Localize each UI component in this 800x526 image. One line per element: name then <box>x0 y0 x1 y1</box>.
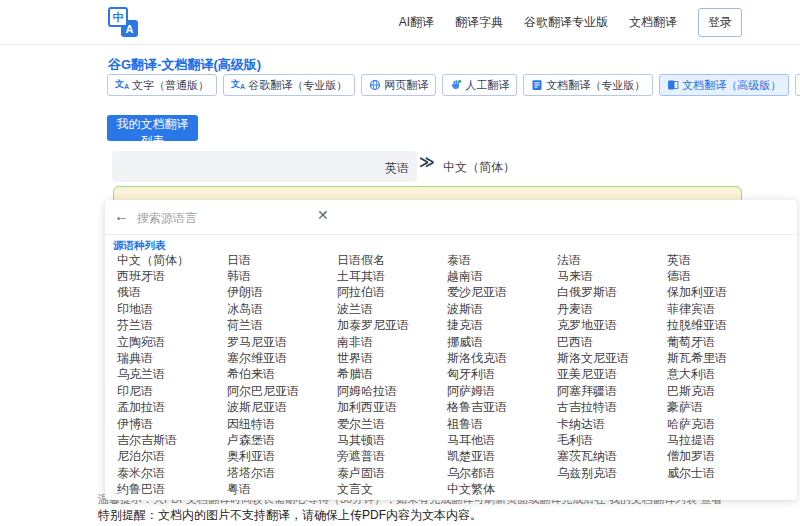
language-option[interactable]: 冰岛语 <box>227 301 337 318</box>
language-option[interactable]: 保加利亚语 <box>667 284 777 301</box>
language-option[interactable]: 爱沙尼亚语 <box>447 284 557 301</box>
language-option[interactable]: 哈萨克语 <box>667 416 777 433</box>
language-option[interactable]: 古吉拉特语 <box>557 399 667 416</box>
language-option[interactable]: 尼泊尔语 <box>117 448 227 465</box>
back-icon[interactable]: ← <box>114 208 129 223</box>
tab-image-pro[interactable]: 图片翻译（专业版） <box>795 74 800 96</box>
language-option[interactable]: 泰卢固语 <box>337 465 447 482</box>
language-option[interactable]: 越南语 <box>447 268 557 285</box>
language-option[interactable]: 瑞典语 <box>117 350 227 367</box>
language-option[interactable]: 威尔士语 <box>667 465 777 482</box>
tab-web-translate[interactable]: 网页翻译 <box>361 74 436 96</box>
language-option[interactable]: 法语 <box>557 252 667 269</box>
language-option[interactable]: 巴西语 <box>557 334 667 351</box>
language-option[interactable]: 菲律宾语 <box>667 301 777 318</box>
target-language-label[interactable]: 中文（简体） <box>443 159 515 176</box>
language-option[interactable]: 土耳其语 <box>337 268 447 285</box>
language-option[interactable]: 伊朗语 <box>227 284 337 301</box>
language-option[interactable]: 僧加罗语 <box>667 448 777 465</box>
language-option[interactable]: 阿姆哈拉语 <box>337 383 447 400</box>
language-option[interactable]: 波斯语 <box>447 301 557 318</box>
language-option[interactable]: 英语 <box>667 252 777 269</box>
language-option[interactable]: 丹麦语 <box>557 301 667 318</box>
nav-dictionary[interactable]: 翻译字典 <box>455 14 503 31</box>
language-option[interactable]: 塔塔尔语 <box>227 465 337 482</box>
language-option[interactable]: 中文繁体 <box>447 481 557 498</box>
language-option[interactable]: 捷克语 <box>447 317 557 334</box>
language-option[interactable]: 格鲁吉亚语 <box>447 399 557 416</box>
language-option[interactable]: 中文（简体） <box>117 252 227 269</box>
language-option[interactable]: 马耳他语 <box>447 432 557 449</box>
search-source-input[interactable] <box>135 207 309 229</box>
language-option[interactable]: 阿萨姆语 <box>447 383 557 400</box>
language-option[interactable]: 孟加拉语 <box>117 399 227 416</box>
language-option[interactable]: 日语假名 <box>337 252 447 269</box>
language-option[interactable]: 世界语 <box>337 350 447 367</box>
language-option[interactable]: 豪萨语 <box>667 399 777 416</box>
login-button[interactable]: 登录 <box>698 8 742 37</box>
language-option[interactable]: 阿塞拜疆语 <box>557 383 667 400</box>
language-option[interactable]: 粤语 <box>227 481 337 498</box>
language-option[interactable]: 德语 <box>667 268 777 285</box>
tab-doc-premium[interactable]: 文档翻译（高级版） <box>659 74 789 96</box>
nav-google-pro[interactable]: 谷歌翻译专业版 <box>524 14 608 31</box>
language-option[interactable]: 印尼语 <box>117 383 227 400</box>
translate-logo-icon[interactable]: A 中 <box>108 5 140 39</box>
language-option[interactable]: 希伯来语 <box>227 366 337 383</box>
language-option[interactable]: 旁遮普语 <box>337 448 447 465</box>
language-option[interactable]: 泰语 <box>447 252 557 269</box>
tab-human-translate[interactable]: 人工翻译 <box>442 74 517 96</box>
language-option[interactable]: 斯瓦希里语 <box>667 350 777 367</box>
tab-google-pro[interactable]: 文A谷歌翻译（专业版） <box>223 74 355 96</box>
language-option[interactable]: 阿尔巴尼亚语 <box>227 383 337 400</box>
language-option[interactable]: 奥利亚语 <box>227 448 337 465</box>
language-option[interactable]: 西班牙语 <box>117 268 227 285</box>
language-option[interactable]: 泰米尔语 <box>117 465 227 482</box>
language-option[interactable]: 斯洛伐克语 <box>447 350 557 367</box>
language-option[interactable]: 匈牙利语 <box>447 366 557 383</box>
language-option[interactable]: 印地语 <box>117 301 227 318</box>
language-option[interactable]: 南非语 <box>337 334 447 351</box>
language-option[interactable]: 斯洛文尼亚语 <box>557 350 667 367</box>
language-option[interactable]: 加泰罗尼亚语 <box>337 317 447 334</box>
language-option[interactable]: 巴斯克语 <box>667 383 777 400</box>
language-option[interactable]: 马拉提语 <box>667 432 777 449</box>
language-option[interactable]: 克罗地亚语 <box>557 317 667 334</box>
language-option[interactable]: 白俄罗斯语 <box>557 284 667 301</box>
language-option[interactable]: 约鲁巴语 <box>117 481 227 498</box>
language-option[interactable]: 意大利语 <box>667 366 777 383</box>
language-option[interactable]: 乌尔都语 <box>447 465 557 482</box>
language-option[interactable]: 阿拉伯语 <box>337 284 447 301</box>
language-option[interactable]: 毛利语 <box>557 432 667 449</box>
language-option[interactable]: 芬兰语 <box>117 317 227 334</box>
language-option[interactable]: 希腊语 <box>337 366 447 383</box>
nav-doc-translate[interactable]: 文档翻译 <box>629 14 677 31</box>
language-bar[interactable]: 英语 <box>112 151 417 182</box>
language-option[interactable]: 伊博语 <box>117 416 227 433</box>
language-option[interactable]: 拉脱维亚语 <box>667 317 777 334</box>
language-option[interactable]: 凯楚亚语 <box>447 448 557 465</box>
language-option[interactable]: 马来语 <box>557 268 667 285</box>
tab-doc-pro[interactable]: 文档翻译（专业版） <box>523 74 653 96</box>
language-option[interactable]: 卡纳达语 <box>557 416 667 433</box>
language-option[interactable]: 韩语 <box>227 268 337 285</box>
language-option[interactable]: 葡萄牙语 <box>667 334 777 351</box>
language-option[interactable]: 挪威语 <box>447 334 557 351</box>
language-option[interactable]: 吉尔吉斯语 <box>117 432 227 449</box>
language-option[interactable]: 塞尔维亚语 <box>227 350 337 367</box>
source-language-label[interactable]: 英语 <box>385 160 409 177</box>
language-option[interactable]: 乌克兰语 <box>117 366 227 383</box>
nav-ai-translate[interactable]: AI翻译 <box>399 14 434 31</box>
tab-text-basic[interactable]: 文A文字（普通版） <box>107 74 217 96</box>
language-option[interactable]: 卢森堡语 <box>227 432 337 449</box>
language-option[interactable]: 波斯尼亚语 <box>227 399 337 416</box>
language-option[interactable]: 乌兹别克语 <box>557 465 667 482</box>
language-option[interactable]: 爱尔兰语 <box>337 416 447 433</box>
language-option[interactable]: 祖鲁语 <box>447 416 557 433</box>
close-icon[interactable]: ✕ <box>317 208 329 222</box>
language-option[interactable]: 文言文 <box>337 481 447 498</box>
language-option[interactable]: 波兰语 <box>337 301 447 318</box>
language-option[interactable]: 塞茨瓦纳语 <box>557 448 667 465</box>
language-option[interactable]: 亚美尼亚语 <box>557 366 667 383</box>
language-option[interactable]: 罗马尼亚语 <box>227 334 337 351</box>
